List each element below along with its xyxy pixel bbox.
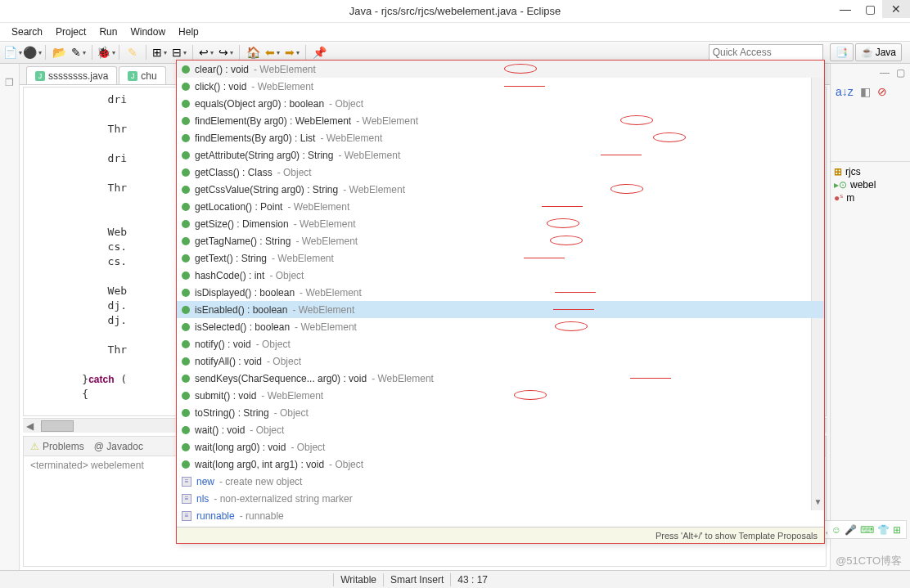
autocomplete-item[interactable]: notifyAll() : void - Object [177,352,824,370]
suggestion-class: - Object [267,356,301,367]
autocomplete-item[interactable]: toString() : String - Object [177,404,824,421]
tree-item-label[interactable]: webel [850,179,876,191]
autocomplete-item[interactable]: getSize() : Dimension - WebElement [177,215,824,232]
autocomplete-item[interactable]: getText() : String - WebElement [177,249,824,267]
tree-item-label[interactable]: rjcs [845,166,861,177]
autocomplete-item[interactable]: click() : void - WebElement [177,78,824,95]
autocomplete-item[interactable]: findElements(By arg0) : List - WebElemen… [177,129,824,146]
scroll-thumb[interactable] [41,420,74,432]
minimize-button[interactable]: — [833,0,858,18]
menu-help[interactable]: Help [172,25,205,39]
suggestion-class: - WebElement [295,321,357,333]
tree-item-label[interactable]: m [846,192,854,204]
open-icon[interactable]: 📂 [50,43,68,61]
nav1-icon[interactable]: ↩ [197,43,215,61]
ime-kbd-icon[interactable]: ⌨ [860,524,874,536]
layout1-icon[interactable]: ⊞ [151,43,169,61]
rp-max-icon[interactable]: ▢ [896,67,905,79]
autocomplete-template-item[interactable]: ≡runnable - runnable [177,507,824,524]
autocomplete-template-item[interactable]: ≡nls - non-externalized string marker [177,490,824,507]
right-panel: — ▢ a↓z ◧ ⊘ ⊞rjcs ▸⊙webel ●ˢm [830,64,910,570]
autocomplete-item[interactable]: isEnabled() : boolean - WebElement [177,301,824,318]
filter-icon[interactable]: ◧ [860,85,871,98]
menu-project[interactable]: Project [49,25,92,39]
autocomplete-item[interactable]: getTagName() : String - WebElement [177,232,824,249]
autocomplete-item[interactable]: notify() : void - Object [177,335,824,352]
method-icon [182,186,190,194]
autocomplete-item[interactable]: sendKeys(CharSequence... arg0) : void - … [177,370,824,387]
open-perspective-button[interactable]: 📑 [830,43,854,61]
suggestion-class: - Object [329,98,363,110]
maximize-button[interactable]: ▢ [858,0,882,18]
java-file-icon: J [35,71,45,81]
suggestion-class: - WebElement [254,64,316,75]
menu-window[interactable]: Window [124,25,172,39]
autocomplete-item[interactable]: getClass() : Class - Object [177,164,824,181]
forward-icon[interactable]: ➡ [283,43,301,61]
run-icon[interactable]: ⚫ [23,43,41,61]
autocomplete-item[interactable]: hashCode() : int - Object [177,267,824,284]
layout2-icon[interactable]: ⊟ [170,43,188,61]
status-writable: Writable [340,574,376,586]
menu-search[interactable]: Search [5,25,49,39]
suggestion-signature: isDisplayed() : boolean [195,287,295,298]
autocomplete-item[interactable]: isDisplayed() : boolean - WebElement [177,284,824,301]
package-explorer[interactable]: ⊞rjcs ▸⊙webel ●ˢm [831,162,910,208]
ime-shirt-icon[interactable]: 👕 [877,524,890,536]
close-button[interactable]: ✕ [882,0,910,18]
back-icon[interactable]: ⬅ [264,43,282,61]
method-icon [182,340,190,348]
rp-min-icon[interactable]: — [880,67,890,79]
sort-az-icon[interactable]: a↓z [836,85,854,98]
autocomplete-list[interactable]: ▲ ▼ clear() : void - WebElementclick() :… [177,61,824,527]
tab-javadoc[interactable]: @ Javadoc [94,441,143,452]
autocomplete-item[interactable]: isSelected() : boolean - WebElement [177,318,824,335]
scroll-left-icon[interactable]: ◀ [23,420,36,432]
autocomplete-item[interactable]: equals(Object arg0) : boolean - Object [177,95,824,112]
suggestion-signature: getLocation() : Point [195,201,282,213]
suggestion-class: - WebElement [295,236,358,247]
autocomplete-item[interactable]: getCssValue(String arg0) : String - WebE… [177,181,824,198]
debug-icon[interactable]: 🐞 [97,43,115,61]
suggestion-class: - WebElement [292,304,354,316]
autocomplete-template-item[interactable]: ≡new - create new object [177,473,824,490]
method-icon [182,237,190,245]
nav2-icon[interactable]: ↪ [217,43,235,61]
suggestion-class: - WebElement [356,115,418,127]
method-icon [182,65,190,74]
autocomplete-item[interactable]: wait(long arg0) : void - Object [177,438,824,456]
ime-face-icon[interactable]: ☺ [831,524,841,536]
method-icon [182,220,190,228]
pin-icon[interactable]: 📌 [310,43,328,61]
wand-icon[interactable]: ✎ [70,43,88,61]
tab-problems[interactable]: ⚠Problems [30,441,84,452]
autocomplete-item[interactable]: clear() : void - WebElement [177,61,824,78]
restore-icon[interactable]: ❐ [5,77,14,88]
ime-mic-icon[interactable]: 🎤 [845,524,857,536]
suggestion-signature: toString() : String [195,407,269,419]
template-name: nls [196,493,209,505]
java-perspective-button[interactable]: ☕Java [855,43,902,61]
autocomplete-item[interactable]: getAttribute(String arg0) : String - Web… [177,146,824,164]
editor-tab[interactable]: Jssssssss.java [26,66,117,84]
new-icon[interactable]: 📄 [3,43,21,61]
autocomplete-item[interactable]: submit() : void - WebElement [177,387,824,404]
autocomplete-item[interactable]: wait(long arg0, int arg1) : void - Objec… [177,456,824,473]
template-icon: ≡ [182,494,191,504]
ime-grid-icon[interactable]: ⊞ [893,524,901,536]
menu-run[interactable]: Run [92,25,124,39]
method-icon: ●ˢ [834,192,843,204]
autocomplete-item[interactable]: findElement(By arg0) : WebElement - WebE… [177,112,824,129]
autocomplete-item[interactable]: getLocation() : Point - WebElement [177,198,824,215]
method-icon [182,272,190,280]
home-icon[interactable]: 🏠 [244,43,262,61]
hide-icon[interactable]: ⊘ [877,85,887,98]
problems-icon: ⚠ [30,441,39,452]
suggestion-class: - WebElement [294,218,356,230]
quick-access-input[interactable] [709,44,823,61]
template-desc: - runnable [240,510,284,522]
method-icon [182,357,190,366]
autocomplete-item[interactable]: wait() : void - Object [177,421,824,438]
editor-tab[interactable]: Jchu [119,66,165,84]
highlight-icon[interactable]: ✎ [124,43,142,61]
